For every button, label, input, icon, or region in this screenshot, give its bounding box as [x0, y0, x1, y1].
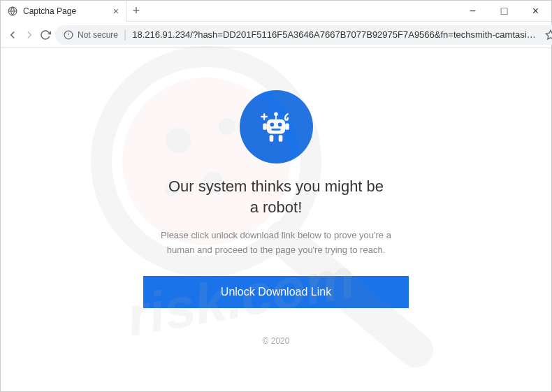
tab-close-button[interactable]: ×: [113, 6, 119, 17]
back-button[interactable]: [6, 25, 19, 45]
svg-rect-15: [285, 123, 289, 129]
globe-icon: [8, 6, 17, 16]
svg-rect-11: [267, 119, 285, 133]
tab-title: Captcha Page: [23, 6, 108, 16]
forward-button[interactable]: [23, 25, 36, 45]
window-close-button[interactable]: ×: [520, 1, 551, 22]
svg-marker-5: [546, 30, 552, 39]
svg-rect-14: [263, 123, 267, 129]
svg-point-19: [278, 122, 282, 126]
security-label: Not secure: [78, 30, 118, 40]
page-subtext: Please click unlock download link below …: [157, 228, 395, 258]
robot-icon-circle: [240, 90, 313, 164]
titlebar: Captcha Page × + − □ ×: [1, 1, 551, 22]
reload-button[interactable]: [40, 25, 51, 45]
toolbar: Not secure | 18.216.91.234/?hash=DD201F5…: [1, 22, 551, 48]
warning-icon: [64, 30, 73, 40]
page-content: Our system thinks you might be a robot! …: [1, 48, 551, 391]
svg-rect-16: [270, 135, 274, 141]
unlock-download-button[interactable]: Unlock Download Link: [143, 276, 409, 308]
svg-point-12: [274, 112, 278, 116]
new-tab-button[interactable]: +: [126, 1, 146, 21]
browser-window: Captcha Page × + − □ × Not secure | 18.2…: [0, 0, 552, 392]
window-controls: − □ ×: [457, 1, 551, 22]
svg-rect-20: [271, 128, 280, 130]
svg-point-18: [270, 122, 275, 126]
page-heading: Our system thinks you might be a robot!: [164, 176, 388, 217]
copyright-text: © 2020: [263, 336, 290, 346]
browser-tab[interactable]: Captcha Page ×: [1, 1, 126, 22]
minimize-button[interactable]: −: [457, 1, 488, 22]
star-icon[interactable]: [544, 29, 552, 41]
url-text: 18.216.91.234/?hash=DD201F5116F5A3646A76…: [132, 29, 539, 40]
robot-icon: [255, 106, 297, 148]
address-bar[interactable]: Not secure | 18.216.91.234/?hash=DD201F5…: [55, 25, 552, 45]
maximize-button[interactable]: □: [488, 1, 520, 22]
svg-rect-17: [279, 135, 283, 141]
security-indicator[interactable]: Not secure: [64, 30, 118, 40]
